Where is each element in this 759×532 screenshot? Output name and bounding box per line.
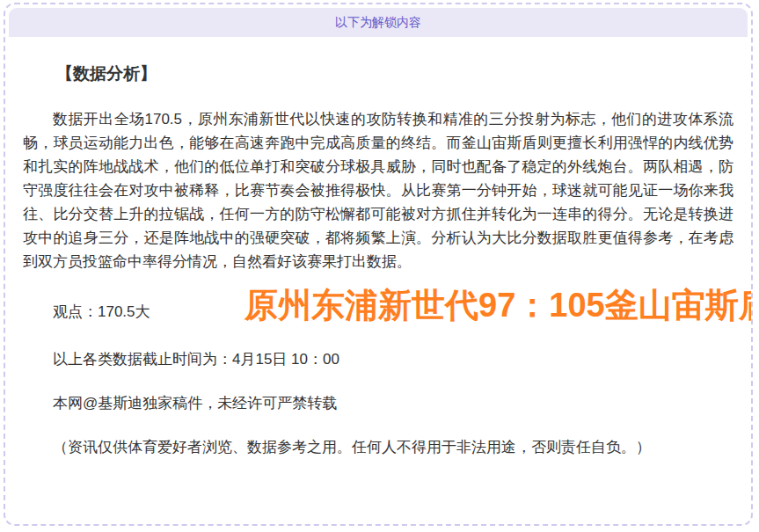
viewpoint-row: 观点：170.5大 原州东浦新世代97：105釜山宙斯盾 — [23, 300, 733, 324]
copyright-note: 本网@基斯迪独家稿件，未经许可严禁转载 — [23, 391, 733, 415]
unlock-banner: 以下为解锁内容 — [9, 8, 748, 37]
section-title: 【数据分析】 — [23, 63, 733, 84]
analysis-paragraph: 数据开出全场170.5，原州东浦新世代以快速的攻防转换和精准的三分投射为标志，他… — [23, 107, 733, 273]
article-body: 【数据分析】 数据开出全场170.5，原州东浦新世代以快速的攻防转换和精准的三分… — [5, 63, 751, 477]
unlock-banner-label: 以下为解锁内容 — [335, 15, 421, 31]
unlocked-content-panel: 以下为解锁内容 【数据分析】 数据开出全场170.5，原州东浦新世代以快速的攻防… — [4, 3, 753, 526]
disclaimer-note: （资讯仅供体育爱好者浏览、数据参考之用。任何人不得用于非法用途，否则责任自负。） — [23, 435, 733, 459]
data-deadline-note: 以上各类数据截止时间为：4月15日 10：00 — [23, 347, 733, 371]
score-prediction: 原州东浦新世代97：105釜山宙斯盾 — [244, 294, 753, 317]
viewpoint-label: 观点：170.5大 — [53, 303, 150, 320]
